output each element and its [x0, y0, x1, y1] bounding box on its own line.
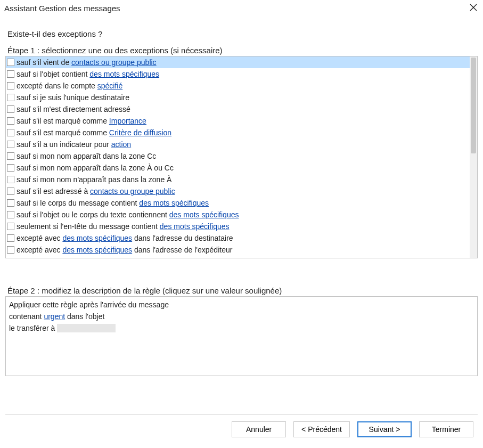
exception-link[interactable]: action: [111, 140, 131, 149]
cancel-button[interactable]: Annuler: [232, 421, 286, 437]
exception-row[interactable]: sauf s'il est marqué comme Critère de di…: [6, 127, 470, 139]
exception-checkbox[interactable]: [7, 246, 14, 254]
exception-row[interactable]: sauf si mon nom apparaît dans la zone À …: [6, 162, 470, 174]
exception-checkbox[interactable]: [7, 188, 14, 195]
exception-checkbox[interactable]: [7, 234, 14, 242]
exception-row[interactable]: sauf s'il est marqué comme Importance: [6, 115, 470, 127]
exception-text: excepté dans le compte spécifié: [17, 82, 122, 90]
finish-button[interactable]: Terminer: [419, 421, 473, 437]
exception-text: sauf s'il vient de contacts ou groupe pu…: [17, 58, 157, 67]
exception-checkbox[interactable]: [7, 211, 14, 218]
exception-text: sauf si mon nom apparaît dans la zone À …: [17, 164, 174, 172]
titlebar: Assistant Gestion des messages: [0, 0, 483, 20]
exception-checkbox[interactable]: [7, 82, 14, 89]
rule-description-box[interactable]: Appliquer cette règle après l'arrivée du…: [5, 296, 478, 376]
exception-checkbox[interactable]: [7, 223, 14, 230]
exception-link[interactable]: spécifié: [97, 82, 122, 90]
exception-text: sauf s'il m'est directement adressé: [17, 105, 130, 113]
exception-row[interactable]: sauf s'il m'est directement adressé: [6, 103, 470, 115]
exception-link[interactable]: des mots spécifiques: [62, 246, 132, 254]
exception-link[interactable]: Catégorie: [130, 257, 162, 258]
scrollbar[interactable]: [470, 56, 477, 258]
question-label: Existe-t-il des exceptions ?: [7, 29, 478, 38]
rules-wizard-window: Assistant Gestion des messages Existe-t-…: [0, 0, 483, 448]
description-line-3: le transférer à: [9, 322, 474, 334]
next-button[interactable]: Suivant >: [357, 421, 412, 437]
back-button[interactable]: < Précédent: [293, 421, 350, 437]
description-line-1: Appliquer cette règle après l'arrivée du…: [9, 299, 474, 311]
exception-row[interactable]: excepté avec des mots spécifiques dans l…: [6, 244, 470, 256]
exception-row[interactable]: sauf s'il est assigné à la catégorie Cat…: [6, 256, 470, 258]
exception-checkbox[interactable]: [7, 141, 14, 148]
exception-row[interactable]: excepté avec des mots spécifiques dans l…: [6, 232, 470, 244]
step1-label: Étape 1 : sélectionnez une ou des except…: [7, 46, 478, 55]
exception-text: sauf si l'objet ou le corps du texte con…: [17, 210, 239, 219]
exception-link[interactable]: des mots spécifiques: [160, 222, 230, 231]
exception-row[interactable]: sauf si mon nom n'apparaît pas dans la z…: [6, 174, 470, 185]
exception-row[interactable]: seulement si l'en-tête du message contie…: [6, 221, 470, 232]
exception-link[interactable]: des mots spécifiques: [62, 234, 132, 242]
exception-row[interactable]: sauf s'il est adressé à contacts ou grou…: [6, 185, 470, 197]
link-urgent[interactable]: urgent: [44, 312, 65, 321]
exception-checkbox[interactable]: [7, 164, 14, 172]
exception-text: excepté avec des mots spécifiques dans l…: [17, 234, 233, 242]
exception-link[interactable]: contacts ou groupe public: [71, 58, 157, 67]
exception-text: seulement si l'en-tête du message contie…: [17, 222, 230, 231]
exception-checkbox[interactable]: [7, 70, 14, 78]
exception-checkbox[interactable]: [7, 105, 14, 113]
scrollbar-thumb[interactable]: [471, 58, 476, 153]
exception-text: excepté avec des mots spécifiques dans l…: [17, 246, 232, 254]
exception-row[interactable]: sauf si le corps du message contient des…: [6, 197, 470, 209]
exception-link[interactable]: Importance: [109, 117, 146, 125]
exception-text: sauf si le corps du message contient des…: [17, 199, 209, 207]
exception-row[interactable]: sauf si je suis l'unique destinataire: [6, 92, 470, 103]
exception-checkbox[interactable]: [7, 117, 14, 125]
step2-label: Étape 2 : modifiez la description de la …: [7, 286, 478, 295]
exception-link[interactable]: des mots spécifiques: [89, 70, 159, 78]
exception-row[interactable]: sauf si l'objet ou le corps du texte con…: [6, 209, 470, 221]
exception-text: sauf s'il a un indicateur pour action: [17, 140, 131, 149]
exception-row[interactable]: sauf s'il vient de contacts ou groupe pu…: [6, 56, 470, 68]
exception-text: sauf s'il est assigné à la catégorie Cat…: [17, 257, 162, 258]
exception-link[interactable]: contacts ou groupe public: [90, 187, 175, 196]
exception-text: sauf si je suis l'unique destinataire: [17, 93, 129, 102]
close-icon[interactable]: [469, 3, 478, 13]
footer-separator: [5, 414, 478, 415]
exception-link[interactable]: Critère de diffusion: [109, 128, 171, 137]
exception-text: sauf s'il est marqué comme Importance: [17, 117, 146, 125]
content-area: Existe-t-il des exceptions ? Étape 1 : s…: [0, 20, 483, 448]
exception-checkbox[interactable]: [7, 59, 14, 66]
exception-checkbox[interactable]: [7, 176, 14, 183]
exception-checkbox[interactable]: [7, 94, 14, 101]
description-line-2: contenant urgent dans l'objet: [9, 311, 474, 322]
exception-checkbox[interactable]: [7, 199, 14, 207]
exceptions-listbox[interactable]: sauf s'il vient de contacts ou groupe pu…: [5, 56, 478, 258]
footer-buttons: Annuler < Précédent Suivant > Terminer: [5, 420, 478, 443]
exception-text: sauf s'il est marqué comme Critère de di…: [17, 128, 171, 137]
exception-text: sauf si mon nom apparaît dans la zone Cc: [17, 152, 156, 160]
exception-checkbox[interactable]: [7, 152, 14, 160]
exception-checkbox[interactable]: [7, 129, 14, 136]
exception-row[interactable]: sauf si l'objet contient des mots spécif…: [6, 68, 470, 80]
exception-text: sauf si mon nom n'apparaît pas dans la z…: [17, 175, 171, 184]
exception-text: sauf si l'objet contient des mots spécif…: [17, 70, 159, 78]
exception-text: sauf s'il est adressé à contacts ou grou…: [17, 187, 175, 196]
window-title: Assistant Gestion des messages: [4, 4, 120, 13]
exception-link[interactable]: des mots spécifiques: [139, 199, 209, 207]
exception-row[interactable]: sauf s'il a un indicateur pour action: [6, 139, 470, 150]
forward-target-masked[interactable]: [57, 324, 116, 332]
exception-link[interactable]: des mots spécifiques: [169, 210, 239, 219]
exception-row[interactable]: sauf si mon nom apparaît dans la zone Cc: [6, 150, 470, 162]
exception-row[interactable]: excepté dans le compte spécifié: [6, 80, 470, 92]
